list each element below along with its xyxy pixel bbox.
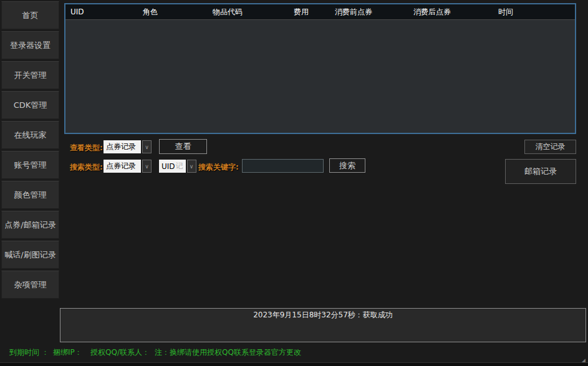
sidebar: 首页 登录器设置 开关管理 CDK管理 在线玩家 账号管理 颜色管理 点券/邮箱… <box>1 1 59 301</box>
search-keyword-label: 搜索关键字: <box>198 162 239 173</box>
records-table: UID 角色 物品代码 费用 消费前点券 消费后点券 时间 <box>64 3 576 134</box>
sidebar-item-home[interactable]: 首页 <box>1 1 59 29</box>
search-type-label: 搜索类型: <box>70 162 103 173</box>
sidebar-item-points-mail-records[interactable]: 点券/邮箱记录 <box>1 211 59 239</box>
status-message: 2023年9月15日8时32分57秒：获取成功 <box>253 311 393 319</box>
admin-panel-window: { "sidebar": { "items": ["首页", "登录器设置", … <box>0 0 588 366</box>
sidebar-item-switch-management[interactable]: 开关管理 <box>1 61 59 89</box>
authorized-qq-contact-label: 授权QQ/联系人： <box>90 347 150 358</box>
window-bottom-edge <box>0 362 588 366</box>
search-keyword-input[interactable] <box>242 159 324 173</box>
search-field-value-text: UID <box>161 162 175 171</box>
search-type-selected-value[interactable]: 点券记录 <box>104 160 141 173</box>
column-header-points-before[interactable]: 消费前点券 <box>335 7 413 17</box>
sidebar-item-misc-management[interactable]: 杂项管理 <box>1 271 59 299</box>
column-header-cost[interactable]: 费用 <box>294 7 335 17</box>
sidebar-item-cdk-management[interactable]: CDK管理 <box>1 91 59 119</box>
chevron-down-icon[interactable]: ∨ <box>142 160 152 173</box>
bind-ip-label: 捆绑IP： <box>53 347 82 358</box>
rebind-note-text: 注：换绑请使用授权QQ联系登录器官方更改 <box>155 347 301 358</box>
records-table-header: UID 角色 物品代码 费用 消费前点券 消费后点券 时间 <box>65 4 575 20</box>
column-header-uid[interactable]: UID <box>70 7 143 16</box>
clear-records-button[interactable]: 清空记录 <box>524 140 576 154</box>
column-header-item-code[interactable]: 物品代码 <box>213 7 294 17</box>
sidebar-item-online-players[interactable]: 在线玩家 <box>1 121 59 149</box>
status-log-box: 2023年9月15日8时32分57秒：获取成功 <box>60 308 586 342</box>
search-field-selected-value[interactable]: UID 记 <box>159 160 186 173</box>
column-header-role[interactable]: 角色 <box>143 7 213 17</box>
view-type-select[interactable]: 点券记录 ∨ <box>104 140 152 153</box>
view-type-label: 查看类型: <box>70 143 103 153</box>
search-button[interactable]: 搜索 <box>329 158 365 173</box>
search-field-select[interactable]: UID 记 ∨ <box>159 160 196 173</box>
sidebar-item-shout-map-records[interactable]: 喊话/刷图记录 <box>1 241 59 269</box>
view-type-selected-value[interactable]: 点券记录 <box>104 140 141 153</box>
expire-time-label: 到期时间 ： <box>9 347 49 358</box>
view-button[interactable]: 查看 <box>159 139 207 154</box>
column-header-time[interactable]: 时间 <box>498 7 575 17</box>
search-field-ghost-text: 记 <box>176 161 183 171</box>
search-type-select[interactable]: 点券记录 ∨ <box>104 160 152 173</box>
sidebar-item-color-management[interactable]: 颜色管理 <box>1 181 59 209</box>
mail-records-button[interactable]: 邮箱记录 <box>505 159 576 184</box>
records-table-body[interactable] <box>65 20 575 133</box>
column-header-points-after[interactable]: 消费后点券 <box>413 7 498 17</box>
chevron-down-icon[interactable]: ∨ <box>142 140 152 153</box>
sidebar-item-account-management[interactable]: 账号管理 <box>1 151 59 179</box>
sidebar-item-launcher-settings[interactable]: 登录器设置 <box>1 31 59 59</box>
chevron-down-icon[interactable]: ∨ <box>187 160 196 173</box>
